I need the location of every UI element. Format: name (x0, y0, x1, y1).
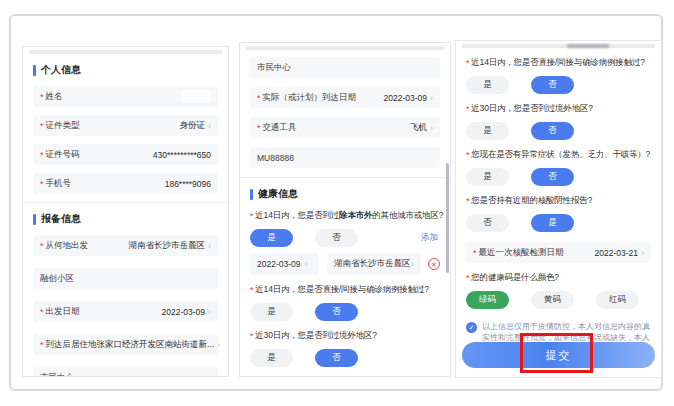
option-yes[interactable]: 是 (466, 168, 509, 186)
question-been-abroad: * 近30日内，您是否到过境外地区? (250, 330, 440, 342)
chevron-right-icon: › (208, 241, 211, 251)
required-icon: * (40, 307, 44, 317)
required-icon: * (466, 104, 469, 114)
field-departure-place[interactable]: *从何地出发 湖南省长沙市岳麓区› (33, 235, 218, 256)
option-yes[interactable]: 是 (466, 76, 509, 94)
chevron-right-icon: › (641, 248, 644, 258)
scroll-cutoff-strip (462, 44, 655, 48)
field-value: 融创小区 (40, 273, 74, 285)
panel-personal-info: 个人信息 *姓名 *证件类型 身份证› *证件号码 430*********65… (22, 46, 229, 377)
option-yes[interactable]: 是 (250, 349, 293, 367)
field-center-input[interactable]: 市民中心 (33, 367, 218, 377)
field-id-number[interactable]: *证件号码 430*********650 (33, 144, 218, 165)
field-value: 186****9096 (165, 179, 211, 189)
required-icon: * (40, 150, 44, 160)
field-id-type[interactable]: *证件类型 身份证› (33, 115, 218, 136)
field-last-test-date[interactable]: *最近一次核酸检测日期 2022-03-21› (466, 242, 651, 263)
trip-place-picker[interactable]: 湖南省长沙市岳麓区› (327, 253, 421, 275)
option-no[interactable]: 否 (531, 122, 574, 140)
section-header-report: 报备信息 (33, 212, 218, 226)
option-yes[interactable]: 是 (466, 122, 509, 140)
field-label: 实际（或计划）到达日期 (263, 92, 357, 104)
required-icon: * (257, 93, 261, 103)
chevron-right-icon: › (208, 307, 211, 317)
cutoff-text-remnant (567, 44, 609, 48)
field-value: 430*********650 (153, 150, 211, 160)
question-abnormal-symptoms: * 您现在是否有异常症状（发热、乏力、干咳等）? (250, 376, 440, 377)
field-phone[interactable]: *手机号 186****9096 (33, 173, 218, 194)
chevron-right-icon: › (208, 121, 211, 131)
field-center-input[interactable]: 市民中心 (250, 57, 440, 78)
field-value: 湖南省长沙市岳麓区 (129, 240, 206, 252)
panel-health-submit: * 近14日内，您是否直接/间接与确诊病例接触过? 是 否 * 近30日内，您是… (455, 40, 662, 378)
option-no[interactable]: 否 (315, 349, 358, 367)
field-label: 出发日期 (46, 306, 80, 318)
annotation-highlight-box (520, 333, 593, 373)
field-name[interactable]: *姓名 (33, 86, 218, 107)
option-green-code[interactable]: 绿码 (466, 291, 509, 309)
option-no[interactable]: 否 (315, 303, 358, 321)
field-label: 证件类型 (46, 120, 80, 132)
section-accent-bar (250, 189, 253, 200)
chevron-right-icon: › (304, 259, 307, 269)
option-no[interactable]: 否 (531, 76, 574, 94)
section-title: 个人信息 (41, 63, 81, 77)
section-header-personal: 个人信息 (33, 63, 218, 77)
question-contact-confirmed-case: * 近14日内，您是否直接/间接与确诊病例接触过? (466, 57, 651, 69)
required-icon: * (250, 331, 253, 341)
section-accent-bar (33, 214, 36, 225)
remove-trip-icon[interactable]: ✕ (428, 258, 440, 270)
required-icon: * (40, 179, 44, 189)
required-icon: * (40, 241, 44, 251)
scrollbar-thumb[interactable] (446, 163, 449, 273)
option-yes[interactable]: 是 (250, 303, 293, 321)
question-health-code-color: * 您的健康码是什么颜色? (466, 272, 651, 284)
option-yes[interactable]: 是 (250, 229, 293, 247)
section-title: 报备信息 (41, 212, 81, 226)
option-yes[interactable]: 是 (531, 214, 574, 232)
section-accent-bar (33, 65, 36, 76)
add-trip-link[interactable]: 添加 (421, 232, 438, 244)
question-negative-test-report: * 您是否持有近期的核酸阴性报告? (466, 195, 651, 207)
question-abnormal-symptoms: * 您现在是否有异常症状（发热、乏力、干咳等）? (466, 149, 651, 161)
required-icon: * (250, 211, 253, 221)
required-icon: * (40, 340, 44, 350)
required-icon: * (466, 150, 469, 160)
field-transport[interactable]: *交通工具 飞机› (250, 117, 440, 138)
section-header-health: 健康信息 (250, 187, 440, 201)
field-value: 张家口经济开发区南站街道新... (97, 339, 215, 351)
required-icon: * (250, 285, 253, 295)
required-icon: * (40, 92, 44, 102)
panel-health-info: 市民中心 *实际（或计划）到达日期 2022-03-09› *交通工具 飞机› … (239, 42, 451, 377)
field-label: 证件号码 (46, 149, 80, 161)
field-label: 交通工具 (263, 122, 297, 134)
field-departure-date[interactable]: *出发日期 2022-03-09› (33, 301, 218, 322)
field-flight-number-input[interactable]: MU88888 (250, 147, 440, 168)
option-no[interactable]: 否 (315, 229, 358, 247)
field-value: 市民中心 (257, 62, 291, 74)
trip-date-picker[interactable]: 2022-03-09› (250, 253, 319, 275)
option-yellow-code[interactable]: 黄码 (531, 291, 574, 309)
required-icon: * (257, 123, 261, 133)
option-red-code[interactable]: 红码 (596, 291, 639, 309)
field-arrival-date[interactable]: *实际（或计划）到达日期 2022-03-09› (250, 87, 440, 108)
section-title: 健康信息 (258, 187, 298, 201)
trip-entry-row: 2022-03-09› 湖南省长沙市岳麓区› ✕ (250, 253, 440, 275)
field-label: 从何地出发 (46, 240, 89, 252)
option-no[interactable]: 否 (466, 214, 509, 232)
scroll-cutoff-strip (29, 50, 222, 54)
field-value: 2022-03-21 (595, 248, 638, 258)
required-icon: * (466, 196, 469, 206)
agreement-checkbox[interactable]: ✓ (466, 322, 477, 333)
field-value: 2022-03-09 (384, 93, 427, 103)
field-community-input[interactable]: 融创小区 (33, 268, 218, 289)
field-value: 身份证 (180, 120, 206, 132)
field-label: 姓名 (46, 91, 63, 103)
field-value: 市民中心 (40, 372, 74, 378)
field-residence[interactable]: *到达后居住地 张家口经济开发区南站街道新...› (33, 334, 218, 355)
field-label: 最近一次核酸检测日期 (479, 247, 564, 259)
option-no[interactable]: 否 (531, 168, 574, 186)
question-contact-confirmed-case: * 近14日内，您是否直接/间接与确诊病例接触过? (250, 284, 440, 296)
question-been-abroad: * 近30日内，您是否到过境外地区? (466, 103, 651, 115)
chevron-right-icon: › (217, 340, 220, 350)
